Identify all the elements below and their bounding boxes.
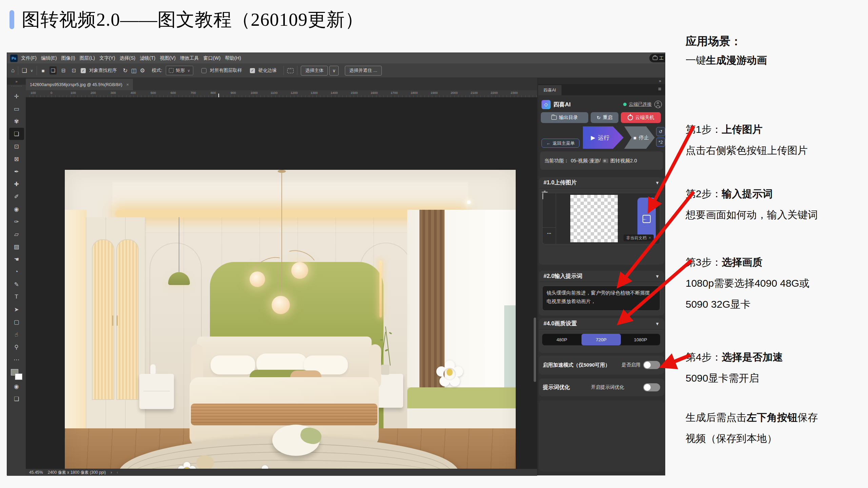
type-tool-icon[interactable]: T	[9, 291, 24, 303]
hand-tool-icon[interactable]: ☝	[9, 328, 24, 341]
tool-preset-caret-icon[interactable]: ∨	[31, 68, 33, 73]
quality-section-header[interactable]: #4.0画质设置 ▼	[539, 318, 664, 329]
lasso-tool-icon[interactable]: ✾	[9, 115, 24, 127]
connection-status[interactable]: 云端已连接	[629, 101, 652, 107]
run-x2-button[interactable]: *2	[656, 138, 665, 147]
mode-dropdown[interactable]: 矩形 ∨	[166, 66, 193, 75]
menu-file[interactable]: 文件(F)	[21, 55, 37, 61]
zoom-level[interactable]: 45.45%	[29, 470, 43, 475]
frame-tool-icon[interactable]: ⊠	[9, 153, 24, 165]
home-icon[interactable]: ⌂	[11, 67, 15, 74]
marquee-tool-icon[interactable]: ▭	[9, 103, 24, 115]
menu-layer[interactable]: 图层(L)	[80, 55, 95, 61]
rerun-button[interactable]: ↺	[656, 127, 665, 136]
healing-tool-icon[interactable]: ✚	[9, 178, 24, 190]
zoom-tool-icon[interactable]: ⚲	[9, 341, 24, 353]
show-all-objects-icon[interactable]: ◫	[131, 67, 137, 74]
collapse-panel-icon[interactable]: »	[659, 79, 661, 83]
back-to-menu-button[interactable]: ← 返回主菜单	[541, 139, 579, 148]
screen-mode-icon[interactable]: ❏	[9, 393, 24, 405]
collapse-section-icon[interactable]: ▼	[655, 321, 659, 326]
workspace-badge[interactable]: 工	[649, 54, 665, 62]
quality-option-720p[interactable]: 720P	[581, 334, 621, 345]
eraser-tool-icon[interactable]: ▱	[9, 228, 24, 240]
active-tool-icon[interactable]: ❏	[22, 67, 27, 74]
upload-section-header[interactable]: #1.0上传图片 ▼	[539, 177, 664, 188]
tag-close-icon[interactable]: ×	[649, 236, 651, 240]
eyedropper-tool-icon[interactable]: ✒	[9, 165, 24, 178]
menu-help[interactable]: 帮助(H)	[225, 55, 241, 61]
menu-plugins[interactable]: 增效工具	[180, 55, 199, 61]
sample-all-layers-checkbox[interactable]	[201, 68, 206, 73]
more-tools-icon[interactable]: ⋯	[9, 353, 24, 366]
run-button[interactable]: ▶ 运行	[583, 126, 624, 149]
account-icon[interactable]	[654, 101, 662, 108]
move-tool-icon[interactable]: ✛	[9, 90, 24, 102]
page: 图转视频2.0——图文教程（260109更新） Ps 文件(F) 编辑(E) 图…	[0, 0, 868, 488]
quality-option-1080p[interactable]: 1080P	[621, 334, 660, 345]
refresh-icon[interactable]: ↻	[123, 67, 127, 74]
canvas-area[interactable]: ✿ ✿ ✿ ✿ ⣿ 选择主体	[26, 97, 537, 469]
menu-edit[interactable]: 编辑(E)	[41, 55, 57, 61]
collapse-section-icon[interactable]: ▼	[655, 274, 659, 279]
status-prev-icon[interactable]: ‹	[117, 470, 118, 475]
quick-mask-icon[interactable]: ◉	[9, 380, 24, 392]
vertical-scrollbar[interactable]	[534, 318, 536, 382]
more-upload-options[interactable]: •••	[542, 227, 556, 235]
collapse-section-icon[interactable]: ▼	[655, 180, 659, 185]
brush-tool-icon[interactable]: ✐	[9, 190, 24, 203]
panel-menu-icon[interactable]: ≡	[658, 86, 661, 92]
output-directory-button[interactable]: 输出目录	[541, 112, 588, 123]
select-subject-options-button[interactable]: ∨	[329, 66, 339, 76]
prompt-section-header[interactable]: #2.0输入提示词 ▼	[539, 271, 664, 282]
cloud-shutdown-button[interactable]: 云端关机	[621, 112, 661, 123]
stamp-tool-icon[interactable]: ◉	[9, 203, 24, 215]
bedroom-photo: ✿ ✿ ✿ ✿	[65, 170, 516, 469]
trash-icon[interactable]	[542, 193, 543, 199]
optimize-toggle[interactable]	[643, 383, 660, 391]
current-function-row: 当前功能： 05-视频·漫游/ 图转视频2.0	[540, 151, 663, 170]
accelerate-toggle[interactable]	[643, 361, 660, 369]
menu-type[interactable]: 文字(Y)	[99, 55, 115, 61]
selection-new-icon[interactable]: ■	[40, 67, 46, 75]
prompt-input[interactable]: 镜头缓缓向前推进，窗户旁的绿色植物不断摇摆，电视里播放着动画片，	[542, 286, 660, 311]
gear-icon[interactable]: ⚙	[140, 67, 145, 74]
menu-select[interactable]: 选择(S)	[120, 55, 136, 61]
menu-filter[interactable]: 滤镜(T)	[140, 55, 155, 61]
tools-grip[interactable]	[11, 86, 22, 89]
selection-subtract-icon[interactable]: ⊟	[60, 66, 67, 75]
power-icon	[628, 115, 633, 120]
dodge-tool-icon[interactable]: ◔	[9, 266, 24, 278]
color-swatches[interactable]	[11, 369, 22, 380]
status-next-icon[interactable]: ›	[111, 470, 112, 475]
selection-intersect-icon[interactable]: ⊡	[71, 66, 78, 75]
selection-add-icon[interactable]: ❏	[50, 66, 57, 75]
path-select-tool-icon[interactable]: ➤	[9, 303, 24, 316]
select-subject-button[interactable]: 选择主体	[301, 66, 328, 76]
gradient-tool-icon[interactable]: ▨	[9, 241, 24, 253]
collapse-tools-icon[interactable]: »	[7, 78, 26, 85]
sixi-ai-panel-tab[interactable]: 四喜AI	[538, 85, 561, 95]
document-tab[interactable]: 142600amps95356jcrspr5.jpg @ 45.5%(RGB/8…	[26, 79, 133, 90]
empty-image-thumbnail[interactable]	[570, 195, 618, 242]
menu-image[interactable]: 图像(I)	[61, 55, 75, 61]
select-and-mask-button[interactable]: 选择并遮住 ...	[345, 66, 382, 76]
quality-option-480p[interactable]: 480P	[542, 334, 581, 345]
object-finder-checkbox[interactable]: ✓	[81, 68, 86, 73]
menu-window[interactable]: 窗口(W)	[203, 55, 221, 61]
crop-tool-icon[interactable]: ⊡	[9, 140, 24, 152]
background-color-swatch[interactable]	[15, 373, 22, 380]
history-brush-tool-icon[interactable]: ✑	[9, 216, 24, 228]
upload-image-button[interactable]	[637, 198, 656, 240]
harden-edges-checkbox[interactable]: ✓	[250, 68, 255, 73]
shape-tool-icon[interactable]: ▢	[9, 316, 24, 328]
smudge-tool-icon[interactable]: ☚	[9, 253, 24, 265]
pen-tool-icon[interactable]: ✎	[9, 278, 24, 290]
close-icon[interactable]: ×	[126, 82, 129, 87]
object-selection-tool-icon[interactable]: ❏	[9, 128, 24, 140]
source-tag[interactable]: 非当前文档 ×	[624, 235, 654, 241]
feedback-icon[interactable]	[287, 68, 294, 73]
restart-button[interactable]: ↻ 重启	[591, 112, 618, 123]
stop-button[interactable]: ■ 停止	[624, 126, 655, 149]
menu-view[interactable]: 视图(V)	[160, 55, 176, 61]
